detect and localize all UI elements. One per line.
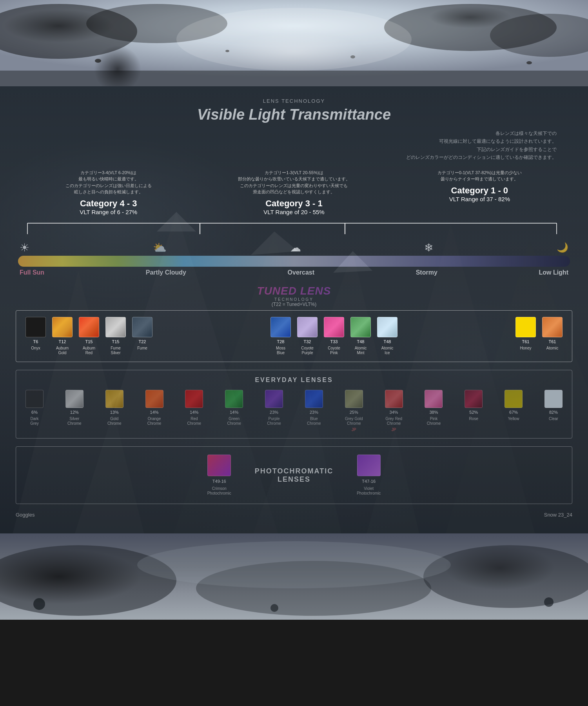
swatch-23-blue-chrome: 23% BlueChrome [305, 390, 323, 426]
goggles-label: Goggles [16, 512, 34, 518]
swatch-code-t22: T22 [139, 339, 146, 344]
swatch-t48-atomic-mint: T48 AtomicMint [350, 317, 371, 355]
swatch-box-t15-silver [105, 317, 126, 337]
stormy-icon: ❄ [424, 241, 433, 254]
svg-point-1 [0, 4, 137, 59]
swatch-pct-purple-chrome: 23% [270, 409, 278, 415]
swatch-box-blue-chrome [305, 390, 323, 408]
jp-label-grey-red: JP [392, 428, 396, 432]
photo-name-violet: VioletPhotochromic [357, 486, 381, 496]
swatch-box-t22 [132, 317, 152, 337]
swatch-t28-moss-blue: T28 MossBlue [270, 317, 291, 355]
tuned-lens-section: T6 Onyx T12 AuburnGold T15 AuburnRed T15… [16, 310, 572, 362]
swatch-box-rose [465, 390, 483, 408]
swatch-name-orange-chrome: OrangeChrome [147, 417, 162, 426]
svg-point-31 [0, 545, 176, 616]
swatch-pct-gold-chrome: 13% [110, 409, 119, 415]
category-4-3: カテゴリー3-4(VLT 6-20%)は 最も明るい快晴時に最適です。 このカテ… [16, 169, 201, 215]
svg-point-5 [95, 59, 101, 63]
swatch-name-t12: AuburnGold [56, 346, 69, 355]
category-brackets [16, 220, 572, 237]
svg-rect-0 [0, 0, 588, 86]
swatch-name-clear: Clear [549, 417, 558, 421]
full-sun-icon: ☀ [20, 241, 29, 254]
svg-point-32 [196, 561, 431, 616]
swatch-t15-auburn-red: T15 AuburnRed [79, 317, 99, 355]
lens-tech-label: LENS TECHNOLOGY [16, 98, 572, 104]
swatch-box-t15-red [79, 317, 99, 337]
svg-point-8 [526, 61, 532, 64]
swatch-23-purple-chrome: 23% PurpleChrome [265, 390, 283, 426]
swatch-t22-fume: T22 Fume [132, 317, 152, 351]
swatch-code-t48-ice: T48 [384, 339, 391, 344]
swatch-name-purple-chrome: PurpleChrome [267, 417, 281, 426]
swatch-code-t32: T32 [304, 339, 311, 344]
swatch-code-t61-atomic: T61 [549, 339, 556, 344]
photochromatic-title-block: PHOTOCHROMATICLENSES [255, 467, 333, 484]
swatch-box-green-chrome [225, 390, 243, 408]
swatch-box-t28 [270, 317, 291, 337]
swatch-pct-yellow: 67% [509, 409, 518, 415]
swatch-code-t6: T6 [33, 339, 38, 344]
swatch-name-blue-chrome: BlueChrome [307, 417, 321, 426]
swatch-pct-grey-red-chrome: 34% [390, 409, 398, 415]
swatch-name-t22: Fume [137, 346, 147, 351]
swatch-pct-red-chrome: 14% [190, 409, 198, 415]
photo-swatch-crimson [207, 455, 231, 476]
swatch-name-gold-chrome: GoldChrome [107, 417, 122, 426]
svg-point-6 [225, 50, 229, 52]
swatch-name-t33: CoyotePink [328, 346, 340, 355]
swatch-box-pink-chrome [425, 390, 443, 408]
season-label: Snow 23_24 [544, 512, 572, 518]
low-light-label: Low Light [539, 269, 568, 276]
swatch-code-t12: T12 [59, 339, 66, 344]
swatch-t33-coyote-pink: T33 CoyotePink [324, 317, 344, 355]
swatch-name-t15-red: AuburnRed [83, 346, 95, 355]
swatch-name-t61-honey: Honey [520, 346, 532, 351]
swatch-name-t6: Onyx [31, 346, 40, 351]
swatch-name-t48-ice: AtomicIce [381, 346, 394, 355]
swatch-34-grey-red-chrome: 34% Grey RedChrome JP [385, 390, 403, 432]
swatch-pct-silver-chrome: 12% [70, 409, 79, 415]
swatch-box-yellow [505, 390, 523, 408]
swatch-name-grey-gold-chrome: Grey GoldChrome [345, 417, 363, 426]
photochromatic-section: T49-16 CrimsonPhotochromic PHOTOCHROMATI… [16, 446, 572, 504]
photochromatic-title: PHOTOCHROMATICLENSES [255, 467, 333, 484]
swatch-t6-onyx: T6 Onyx [25, 317, 46, 351]
swatch-14-red-chrome: 14% RedChrome [185, 390, 203, 426]
tuned-lens-note: (T22 = Tuned+VLT%) [16, 302, 572, 307]
swatch-pct-green-chrome: 14% [230, 409, 238, 415]
swatch-code-t15-silver: T15 [112, 339, 120, 344]
swatch-12-silver-chrome: 12% SilverChrome [65, 390, 83, 426]
svg-point-9 [176, 8, 412, 71]
svg-point-33 [423, 545, 588, 608]
swatch-13-gold-chrome: 13% GoldChrome [105, 390, 123, 426]
swatch-code-t33: T33 [330, 339, 338, 344]
swatch-name-dark-grey: DarkGrey [30, 417, 39, 426]
overcast-label: Overcast [288, 269, 315, 276]
everyday-lenses-section: EVERYDAY LENSES 6% DarkGrey 12% SilverCh… [16, 370, 572, 439]
swatch-pct-grey-gold-chrome: 25% [350, 409, 358, 415]
swatch-t15-fume-silver: T15 FumeSilver [105, 317, 126, 355]
main-title: Visible Light Transmittance [16, 106, 572, 123]
low-light-icon: 🌙 [557, 242, 568, 253]
swatch-52-rose: 52% Rose [465, 390, 483, 421]
swatch-82-clear: 82% Clear [544, 390, 563, 421]
svg-point-34 [33, 598, 45, 610]
cat10-subtitle: VLT Range of 37 - 82% [395, 196, 564, 202]
swatch-t48-atomic-ice: T48 AtomicIce [377, 317, 397, 355]
swatch-box-grey-red-chrome [385, 390, 403, 408]
swatch-box-t61-atomic [542, 317, 563, 337]
svg-point-7 [350, 55, 355, 58]
swatch-box-clear [544, 390, 563, 408]
swatch-box-orange-chrome [145, 390, 163, 408]
condition-labels: Full Sun Partly Cloudy Overcast Stormy L… [16, 267, 572, 278]
swatch-box-t48-ice [377, 317, 397, 337]
swatch-box-t33 [324, 317, 344, 337]
swatch-t61-honey: T61 Honey [515, 317, 536, 351]
swatch-name-silver-chrome: SilverChrome [67, 417, 82, 426]
tuned-lens-swatches: T6 Onyx T12 AuburnGold T15 AuburnRed T15… [25, 317, 563, 355]
swatch-pct-blue-chrome: 23% [310, 409, 318, 415]
swatch-box-silver-chrome [65, 390, 83, 408]
swatch-box-red-chrome [185, 390, 203, 408]
